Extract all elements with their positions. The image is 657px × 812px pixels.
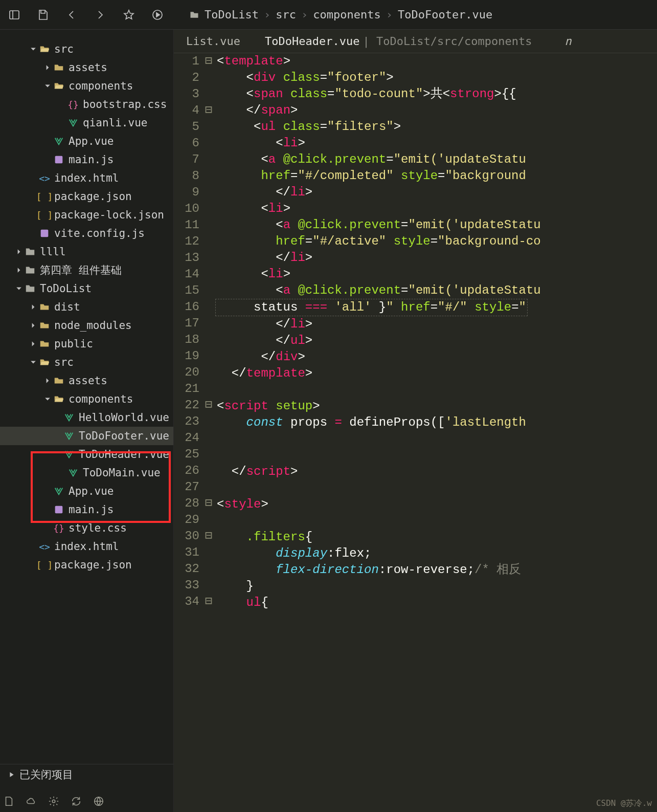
chevron-right-icon[interactable] [43, 376, 52, 385]
folder-open-icon [39, 43, 50, 55]
spacer [57, 100, 66, 109]
js-icon [53, 504, 64, 515]
tree-item-src[interactable]: src [0, 40, 173, 58]
svg-rect-0 [10, 11, 19, 19]
tree-item-llll[interactable]: llll [0, 243, 173, 261]
run-icon[interactable] [150, 8, 165, 22]
chevron-right-icon[interactable] [14, 247, 24, 256]
star-icon[interactable] [122, 8, 136, 22]
tree-item-label: style.css [69, 522, 127, 534]
chevron-down-icon[interactable] [43, 394, 52, 404]
toolbar: ToDoList› src› components› ToDoFooter.vu… [0, 0, 657, 30]
tree-item-assets[interactable]: assets [0, 58, 173, 77]
editor-tab[interactable]: n [545, 30, 584, 53]
chevron-down-icon[interactable] [14, 284, 24, 293]
svg-rect-2 [55, 156, 63, 164]
tree-item-label: vite.config.js [54, 227, 145, 239]
tree-item-package-json[interactable]: [ ]package.json [0, 556, 173, 574]
tree-item-app-vue[interactable]: App.vue [0, 482, 173, 500]
tree-item-dist[interactable]: dist [0, 298, 173, 316]
tree-item-index-html[interactable]: <>index.html [0, 537, 173, 556]
tree-item-todolist[interactable]: ToDoList [0, 279, 173, 298]
svg-rect-4 [55, 506, 63, 514]
spacer [43, 155, 52, 164]
css-icon: {} [53, 522, 64, 534]
chevron-right-icon[interactable] [29, 339, 38, 348]
tree-item-main-js[interactable]: main.js [0, 500, 173, 519]
json-icon: [ ] [39, 191, 50, 202]
chevron-down-icon[interactable] [29, 45, 38, 54]
chevron-right-icon[interactable] [14, 266, 24, 275]
tree-item-app-vue[interactable]: App.vue [0, 132, 173, 150]
tree-item-label: package-lock.json [54, 209, 164, 221]
tree-item-main-js[interactable]: main.js [0, 150, 173, 169]
tree-item-qianli-vue[interactable]: qianli.vue [0, 114, 173, 132]
tree-item-label: 第四章 组件基础 [40, 263, 122, 277]
tree-item-package-lock-json[interactable]: [ ]package-lock.json [0, 206, 173, 224]
tree-item-todofooter-vue[interactable]: ToDoFooter.vue [0, 427, 173, 445]
tree-item-label: components [69, 80, 133, 92]
css-icon: {} [67, 99, 79, 110]
save-icon[interactable] [36, 8, 50, 22]
tree-item-components[interactable]: components [0, 77, 173, 95]
forward-icon[interactable] [93, 8, 107, 22]
tree-item-vite-config-js[interactable]: vite.config.js [0, 224, 173, 243]
tree-item-node-modules[interactable]: node_modules [0, 316, 173, 335]
globe-icon[interactable] [93, 796, 106, 809]
back-icon[interactable] [64, 8, 79, 22]
tree-item-label: bootstrap.css [83, 98, 167, 111]
code-area[interactable]: 1234567891011121314151617181920212223242… [174, 53, 657, 812]
tree-item--[interactable]: 第四章 组件基础 [0, 261, 173, 279]
vue-icon [67, 117, 79, 128]
tree-item-label: llll [40, 246, 66, 258]
tree-item-todoheader-vue[interactable]: ToDoHeader.vue [0, 445, 173, 464]
crumb[interactable]: ToDoFooter.vue [398, 8, 492, 21]
spacer [29, 229, 38, 238]
tree-item-index-html[interactable]: <>index.html [0, 169, 173, 187]
chevron-right-icon[interactable] [29, 302, 38, 312]
folder-open-icon [53, 393, 64, 405]
file-explorer[interactable]: srcassetscomponents{}bootstrap.cssqianli… [0, 30, 174, 812]
tree-item-components[interactable]: components [0, 390, 173, 408]
closed-projects[interactable]: 已关闭项目 [0, 764, 173, 784]
tree-item-package-json[interactable]: [ ]package.json [0, 187, 173, 206]
crumb[interactable]: components [313, 8, 380, 21]
crumb[interactable]: ToDoList [205, 8, 259, 21]
tree-item-style-css[interactable]: {}style.css [0, 519, 173, 537]
html-icon: <> [39, 541, 50, 552]
tree-item-label: ToDoMain.vue [83, 467, 161, 479]
chevron-right-icon[interactable] [29, 321, 38, 330]
tree-item-label: ToDoFooter.vue [79, 430, 169, 442]
tree-item-helloworld-vue[interactable]: HelloWorld.vue [0, 408, 173, 427]
spacer [57, 431, 62, 441]
tree-item-assets[interactable]: assets [0, 371, 173, 390]
sync-icon[interactable] [71, 796, 84, 809]
spacer [43, 487, 52, 496]
tree-item-todomain-vue[interactable]: ToDoMain.vue [0, 464, 173, 482]
code-content[interactable]: <template> <div class="footer"> <span cl… [214, 53, 657, 812]
tree-item-bootstrap-css[interactable]: {}bootstrap.css [0, 95, 173, 114]
closed-projects-label: 已关闭项目 [19, 767, 73, 782]
tab-label: n [565, 35, 572, 48]
tree-item-label: components [69, 393, 133, 405]
editor-tab[interactable]: ToDoHeader.vue | ToDoList/src/components [253, 30, 545, 53]
js-icon [39, 228, 50, 239]
cloud-icon[interactable] [26, 796, 39, 809]
file-icon[interactable] [3, 796, 16, 809]
fold-gutter[interactable]: ⊟ ⊟ ⊟ ⊟ ⊟ ⊟ [203, 53, 214, 812]
gear-icon[interactable] [48, 796, 61, 809]
tree-item-public[interactable]: public [0, 335, 173, 353]
chevron-right-icon[interactable] [43, 63, 52, 72]
crumb[interactable]: src [276, 8, 296, 21]
breadcrumb[interactable]: ToDoList› src› components› ToDoFooter.vu… [189, 8, 492, 21]
tree-item-label: App.vue [69, 485, 114, 497]
chevron-down-icon[interactable] [29, 358, 38, 367]
tree-item-label: ToDoHeader.vue [79, 448, 169, 460]
project-icon [25, 265, 36, 276]
chevron-down-icon[interactable] [43, 81, 52, 91]
panel-toggle-icon[interactable] [7, 8, 21, 22]
svg-rect-3 [41, 230, 49, 237]
tree-item-src[interactable]: src [0, 353, 173, 371]
editor-tab[interactable]: List.vue [174, 30, 253, 53]
vue-icon [53, 486, 64, 497]
